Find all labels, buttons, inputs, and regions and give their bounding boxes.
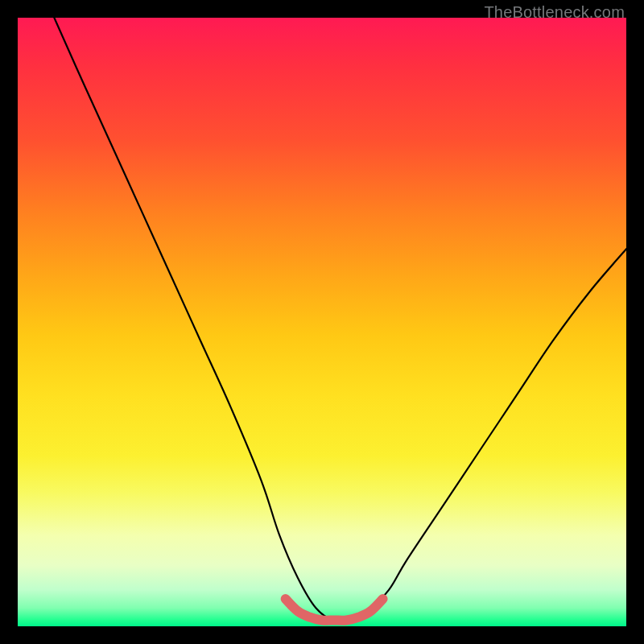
plot-area <box>18 18 626 626</box>
chart-container: TheBottleneck.com <box>0 0 644 644</box>
curve-layer <box>18 18 626 626</box>
bottleneck-curve <box>54 18 626 621</box>
valley-band <box>286 599 383 621</box>
